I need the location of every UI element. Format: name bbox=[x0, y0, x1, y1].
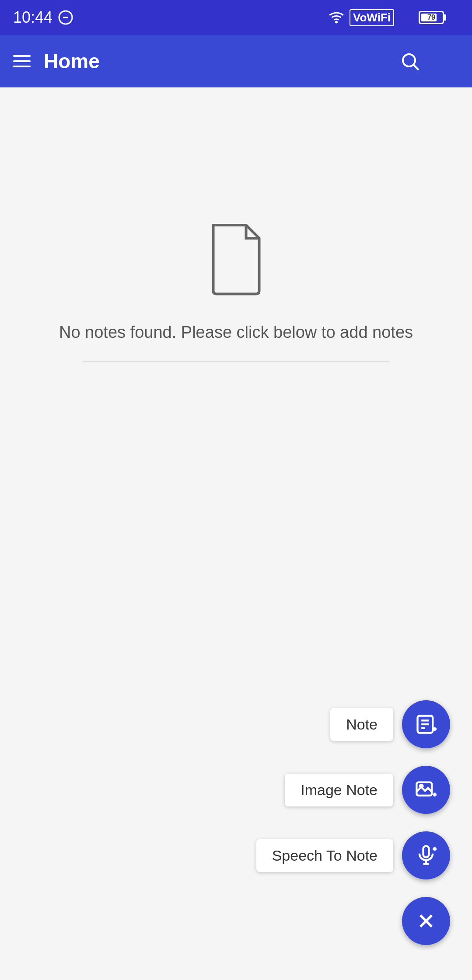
svg-rect-6 bbox=[409, 10, 411, 25]
time-display: 10:44 bbox=[13, 8, 52, 27]
svg-point-10 bbox=[447, 53, 450, 57]
svg-marker-7 bbox=[451, 10, 456, 25]
more-options-button[interactable] bbox=[438, 51, 459, 72]
close-fab-button[interactable] bbox=[402, 897, 450, 945]
signal-icon bbox=[399, 10, 414, 25]
svg-rect-3 bbox=[399, 20, 401, 26]
svg-point-2 bbox=[336, 21, 337, 23]
divider bbox=[83, 361, 389, 362]
add-image-icon bbox=[415, 778, 437, 801]
status-time: 10:44 bbox=[13, 8, 73, 27]
battery-indicator: 79 bbox=[419, 11, 444, 24]
image-note-fab-label: Image Note bbox=[285, 774, 393, 806]
more-vertical-icon bbox=[438, 51, 459, 72]
svg-rect-4 bbox=[402, 16, 405, 25]
note-fab-label: Note bbox=[330, 708, 393, 741]
app-bar: Home bbox=[0, 35, 472, 87]
menu-button[interactable] bbox=[13, 55, 31, 67]
speech-to-note-fab-label: Speech To Note bbox=[256, 839, 393, 872]
image-note-fab-row: Image Note bbox=[285, 766, 450, 814]
svg-point-11 bbox=[447, 59, 450, 63]
add-image-note-button[interactable] bbox=[402, 766, 450, 814]
empty-document-icon bbox=[201, 219, 271, 297]
svg-point-8 bbox=[403, 54, 415, 66]
search-icon bbox=[399, 51, 420, 72]
close-icon bbox=[415, 910, 437, 932]
battery-text: 79 bbox=[427, 14, 435, 21]
status-icons-right: VoWiFi 79 bbox=[328, 9, 459, 26]
fab-container: Note Image Note bbox=[256, 700, 450, 945]
svg-rect-23 bbox=[423, 846, 429, 857]
add-note-button[interactable] bbox=[402, 700, 450, 748]
empty-message: No notes found. Please click below to ad… bbox=[33, 321, 439, 344]
speech-to-note-fab-row: Speech To Note bbox=[256, 831, 450, 879]
wifi-icon bbox=[328, 10, 345, 25]
svg-point-12 bbox=[447, 66, 450, 69]
note-fab-row: Note bbox=[330, 700, 450, 748]
fab-close-row bbox=[402, 897, 450, 945]
app-title: Home bbox=[44, 49, 399, 73]
search-button[interactable] bbox=[399, 51, 420, 72]
charging-icon bbox=[448, 10, 459, 25]
svg-rect-5 bbox=[405, 13, 408, 26]
add-microphone-icon bbox=[415, 844, 437, 867]
vowifi-label: VoWiFi bbox=[350, 9, 394, 26]
document-icon-container bbox=[201, 219, 271, 299]
main-content: No notes found. Please click below to ad… bbox=[0, 87, 472, 980]
status-bar: 10:44 VoWiFi 79 bbox=[0, 0, 472, 35]
empty-state: No notes found. Please click below to ad… bbox=[33, 219, 439, 362]
add-speech-note-button[interactable] bbox=[402, 831, 450, 879]
dnd-icon bbox=[58, 10, 73, 25]
svg-line-9 bbox=[414, 65, 419, 70]
add-note-icon bbox=[415, 713, 437, 736]
app-bar-actions bbox=[399, 51, 459, 72]
svg-point-20 bbox=[420, 785, 423, 788]
